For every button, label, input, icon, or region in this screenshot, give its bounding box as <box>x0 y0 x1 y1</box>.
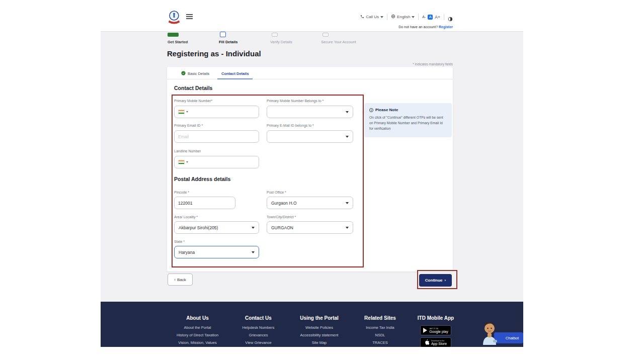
pincode-input[interactable] <box>174 197 235 209</box>
font-increase-button[interactable]: A+ <box>435 15 440 20</box>
step-verify-details: Verify Details <box>272 33 278 37</box>
continue-chevron-icon: › <box>445 278 446 283</box>
continue-button[interactable]: Continue › <box>419 274 452 287</box>
area-locality-select[interactable]: Akbarpur Sirohi(205) <box>174 221 259 234</box>
footer-link[interactable]: Helpdesk Numbers <box>228 325 289 330</box>
google-play-badge[interactable]: GET IT ON Google play <box>420 325 451 335</box>
divider <box>418 14 419 20</box>
landline-input[interactable] <box>174 156 259 168</box>
apple-icon <box>425 338 429 347</box>
mobile-belongs-select[interactable] <box>267 106 353 118</box>
footer-col-about-us: About Us About the Portal History of Dir… <box>167 315 228 347</box>
footer-col-mobile-app: ITD Mobile App GET IT ON Google play Dow… <box>411 315 461 347</box>
register-link[interactable]: Register <box>439 25 453 29</box>
divider <box>387 14 387 20</box>
footer-link[interactable]: Accessibility statement <box>289 333 350 337</box>
footer-link[interactable]: Website Policies <box>289 325 350 330</box>
footer-link[interactable]: Site Map <box>289 340 350 345</box>
info-icon: i <box>369 108 373 112</box>
detail-tabs: Basic Details Contact Details <box>167 67 453 79</box>
chevron-down-icon <box>412 16 415 18</box>
email-belongs-select[interactable] <box>267 130 353 143</box>
dropdown-caret-icon <box>186 111 188 113</box>
primary-mobile-label: Primary Mobile Number* <box>174 99 212 103</box>
footer-link[interactable]: View Grievance <box>228 340 289 345</box>
state-select[interactable]: Haryana <box>174 246 259 258</box>
town-city-value: GURGAON <box>271 225 293 230</box>
footer-link[interactable]: TRACES <box>350 340 411 345</box>
india-flag-icon[interactable] <box>178 110 185 114</box>
footer-col-title: Contact Us <box>228 315 289 321</box>
continue-label: Continue <box>425 278 443 283</box>
header-utilities: Call Us English A- A A+ <box>360 14 453 20</box>
contrast-toggle-icon[interactable] <box>448 15 453 20</box>
pincode-label: Pincode * <box>174 191 189 194</box>
post-office-value: Gurgaon H.O <box>271 201 297 206</box>
step-label: Secure Your Account <box>321 40 356 44</box>
income-tax-dept-logo-icon[interactable] <box>168 10 181 25</box>
dropdown-caret-icon <box>252 251 255 253</box>
footer-link[interactable]: Vision, Mission, Values <box>167 340 228 345</box>
footer-col-title: Related Sites <box>350 315 411 321</box>
dropdown-caret-icon <box>346 136 349 138</box>
footer-link[interactable]: NSDL <box>350 333 411 337</box>
chatbot-label: Chatbot <box>506 336 519 340</box>
dropdown-caret-icon <box>252 227 255 229</box>
back-button[interactable]: ‹ Back <box>168 274 193 286</box>
state-label: State * <box>174 240 185 243</box>
footer-col-title: Using the Portal <box>289 315 350 321</box>
step-pending-icon <box>272 33 278 37</box>
call-us-label: Call Us <box>366 15 379 19</box>
footer-link[interactable]: About the Portal <box>167 325 228 330</box>
post-office-select[interactable]: Gurgaon H.O <box>267 197 353 209</box>
tab-contact-details[interactable]: Contact Details <box>221 71 249 76</box>
chevron-down-icon <box>380 16 383 18</box>
step-get-started: Get Started <box>168 33 179 37</box>
contact-details-heading: Contact Details <box>174 85 212 91</box>
footer-col-related-sites: Related Sites Income Tax India NSDL TRAC… <box>350 315 411 347</box>
font-decrease-button[interactable]: A- <box>422 15 426 19</box>
town-city-select[interactable]: GURGAON <box>267 221 353 234</box>
font-default-button[interactable]: A <box>428 15 433 20</box>
efiling-portal-page: Call Us English A- A A+ Do <box>101 0 523 347</box>
app-store-badge[interactable]: Download on the App Store <box>420 337 451 347</box>
footer-link[interactable]: Grievances <box>228 333 289 337</box>
email-belongs-label: Primary E-Mail ID belongs to * <box>267 124 314 127</box>
area-locality-value: Akbarpur Sirohi(205) <box>179 225 218 230</box>
language-label: English <box>397 15 410 19</box>
chatbot-avatar[interactable] <box>479 320 500 346</box>
active-tab-indicator <box>217 78 253 79</box>
postal-address-heading: Postal Address details <box>174 176 230 182</box>
hamburger-menu-icon[interactable] <box>186 14 193 19</box>
step-label: Fill Details <box>219 40 238 44</box>
please-note-callout: i Please Note On click of "Continue" dif… <box>364 103 452 137</box>
language-menu[interactable]: English <box>391 14 415 20</box>
step-label: Get Started <box>168 40 188 44</box>
step-fill-details: Fill Details <box>220 33 226 37</box>
primary-email-input[interactable] <box>174 130 259 143</box>
footer-col-contact-us: Contact Us Helpdesk Numbers Grievances V… <box>228 315 289 347</box>
check-circle-icon <box>181 71 186 76</box>
font-size-controls: A- A A+ <box>422 15 440 20</box>
step-pending-icon <box>323 33 329 37</box>
tab-label: Contact Details <box>221 71 249 76</box>
main-content: Get Started Fill Details Verify Details … <box>101 31 523 302</box>
call-us-menu[interactable]: Call Us <box>360 15 383 20</box>
registration-card: Basic Details Contact Details Contact De… <box>167 67 453 272</box>
area-locality-label: Area/ Locality * <box>174 215 198 219</box>
india-flag-icon[interactable] <box>178 160 185 164</box>
step-secure-account: Secure Your Account <box>323 33 329 37</box>
mobile-belongs-label: Primary Mobile Number Belongs to * <box>267 99 324 103</box>
step-label: Verify Details <box>270 40 292 44</box>
primary-mobile-input[interactable] <box>174 106 259 118</box>
footer-link[interactable]: History of Direct Taxation <box>167 333 228 337</box>
step-active-icon <box>220 32 226 37</box>
town-city-label: Town/City/District * <box>267 215 296 219</box>
note-title: Please Note <box>375 108 398 112</box>
landline-label: Landline Number <box>174 149 201 153</box>
footer-link[interactable]: Income Tax India <box>350 325 411 330</box>
google-play-icon <box>423 328 427 333</box>
tab-basic-details[interactable]: Basic Details <box>181 71 209 76</box>
note-body: On click of "Continue" different OTPs wi… <box>369 115 447 132</box>
primary-email-label: Primary Email ID * <box>174 124 203 127</box>
